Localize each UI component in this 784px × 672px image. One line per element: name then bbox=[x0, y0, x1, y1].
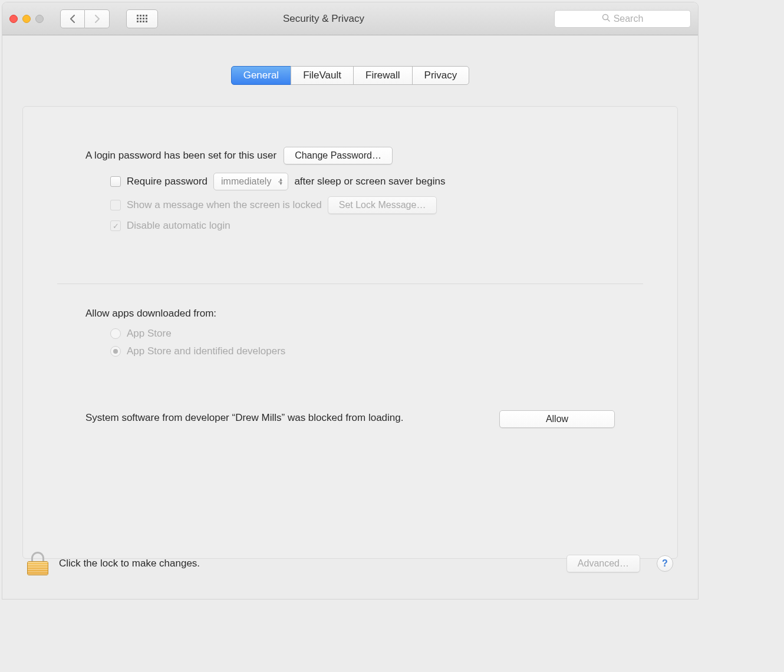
titlebar: Security & Privacy Search bbox=[2, 2, 698, 35]
advanced-button: Advanced… bbox=[566, 555, 640, 572]
disable-auto-login-row: ✓ Disable automatic login bbox=[110, 220, 615, 232]
blocked-software-row: System software from developer “Drew Mil… bbox=[85, 410, 615, 428]
allow-apps-label: Allow apps downloaded from: bbox=[85, 308, 615, 319]
tabs: General FileVault Firewall Privacy bbox=[2, 66, 698, 85]
disable-auto-login-checkbox: ✓ bbox=[110, 220, 121, 231]
require-password-checkbox[interactable] bbox=[110, 176, 121, 187]
show-lock-message-checkbox bbox=[110, 200, 121, 210]
stepper-arrows-icon: ▲▼ bbox=[278, 178, 283, 186]
footer: Click the lock to make changes. Advanced… bbox=[27, 552, 673, 575]
allow-button[interactable]: Allow bbox=[499, 410, 615, 428]
disable-auto-login-label: Disable automatic login bbox=[127, 220, 230, 232]
divider bbox=[57, 284, 643, 284]
search-icon bbox=[602, 14, 610, 24]
show-lock-message-row: Show a message when the screen is locked… bbox=[110, 196, 615, 214]
show-lock-message-label: Show a message when the screen is locked bbox=[127, 199, 322, 211]
window-title: Security & Privacy bbox=[99, 13, 548, 25]
change-password-button[interactable]: Change Password… bbox=[284, 147, 393, 164]
require-password-delay-dropdown[interactable]: immediately ▲▼ bbox=[213, 173, 288, 190]
lock-icon[interactable] bbox=[27, 552, 48, 575]
minimize-button[interactable] bbox=[22, 15, 31, 23]
search-input[interactable]: Search bbox=[554, 10, 691, 28]
back-button[interactable] bbox=[60, 9, 85, 28]
dropdown-value: immediately bbox=[221, 176, 271, 187]
identified-developers-option-row: App Store and identified developers bbox=[110, 345, 615, 357]
system-preferences-window: Security & Privacy Search A login passwo… bbox=[2, 2, 698, 599]
set-lock-message-button: Set Lock Message… bbox=[328, 196, 437, 214]
maximize-button bbox=[35, 15, 44, 23]
tab-firewall[interactable]: Firewall bbox=[353, 66, 413, 85]
tab-filevault[interactable]: FileVault bbox=[291, 66, 354, 85]
identified-developers-radio-label: App Store and identified developers bbox=[127, 345, 285, 357]
login-password-row: A login password has been set for this u… bbox=[85, 147, 615, 164]
window-controls bbox=[9, 15, 44, 23]
blocked-software-text: System software from developer “Drew Mil… bbox=[85, 410, 403, 426]
require-password-suffix: after sleep or screen saver begins bbox=[294, 176, 445, 187]
chevron-left-icon bbox=[70, 15, 75, 23]
help-button[interactable]: ? bbox=[657, 555, 673, 572]
login-password-label: A login password has been set for this u… bbox=[85, 150, 276, 162]
svg-line-1 bbox=[607, 19, 610, 22]
content: A login password has been set for this u… bbox=[2, 66, 698, 85]
settings-panel: A login password has been set for this u… bbox=[22, 106, 678, 559]
app-store-radio bbox=[110, 328, 121, 339]
require-password-row: Require password immediately ▲▼ after sl… bbox=[110, 173, 615, 190]
close-button[interactable] bbox=[9, 15, 18, 23]
app-store-option-row: App Store bbox=[110, 328, 615, 340]
require-password-label: Require password bbox=[127, 176, 207, 187]
tab-privacy[interactable]: Privacy bbox=[412, 66, 470, 85]
app-store-radio-label: App Store bbox=[127, 328, 172, 340]
lock-hint-text: Click the lock to make changes. bbox=[59, 558, 556, 569]
tab-general[interactable]: General bbox=[231, 66, 291, 85]
identified-developers-radio bbox=[110, 346, 121, 357]
search-placeholder: Search bbox=[614, 14, 644, 24]
